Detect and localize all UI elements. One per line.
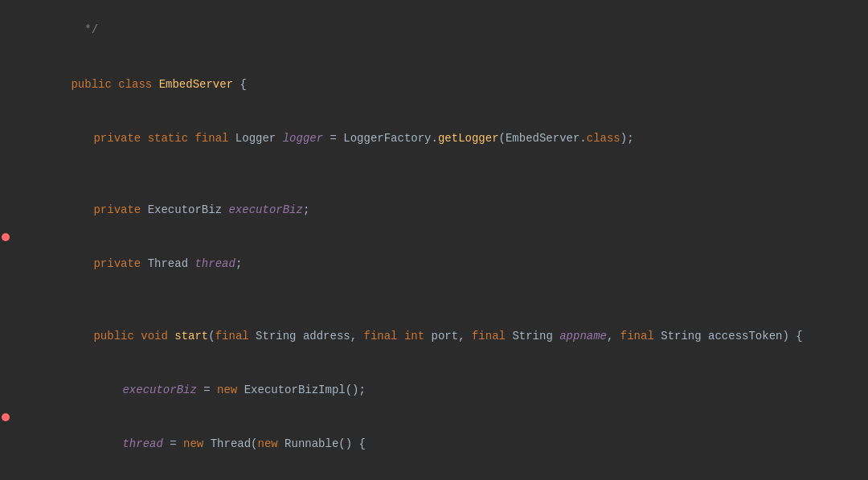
line-content: @Override xyxy=(24,471,868,480)
code-line-class-decl: public class EmbedServer { xyxy=(0,57,868,111)
code-line-logger: private static final Logger logger = Log… xyxy=(0,111,868,165)
breakpoint-indicator xyxy=(2,233,10,241)
line-content: private Thread thread; xyxy=(24,237,868,291)
line-content: executorBiz = new ExecutorBizImpl(); xyxy=(24,363,868,417)
line-content: public class EmbedServer { xyxy=(24,57,868,111)
code-line-executor-assign: executorBiz = new ExecutorBizImpl(); xyxy=(0,363,868,417)
line-content: */ xyxy=(24,3,868,57)
line-content xyxy=(24,166,868,183)
code-line-start-method: public void start(final String address, … xyxy=(0,310,868,363)
code-line-blank1 xyxy=(0,166,868,183)
breakpoint-indicator xyxy=(2,413,10,421)
code-line-thread-assign: thread = new Thread(new Runnable() { xyxy=(0,417,868,471)
code-line-thread-field: private Thread thread; xyxy=(0,237,868,291)
code-line-comment-end: */ xyxy=(0,3,868,57)
line-content: private static final Logger logger = Log… xyxy=(24,111,868,165)
code-editor: */ public class EmbedServer { private st… xyxy=(0,0,868,480)
code-line-executor-field: private ExecutorBiz executorBiz; xyxy=(0,183,868,237)
line-content: public void start(final String address, … xyxy=(24,310,868,363)
code-line-override1: @Override xyxy=(0,471,868,480)
code-line-blank2 xyxy=(0,291,868,309)
line-content: thread = new Thread(new Runnable() { xyxy=(24,417,868,471)
line-content xyxy=(24,291,868,309)
line-content: private ExecutorBiz executorBiz; xyxy=(24,183,868,237)
